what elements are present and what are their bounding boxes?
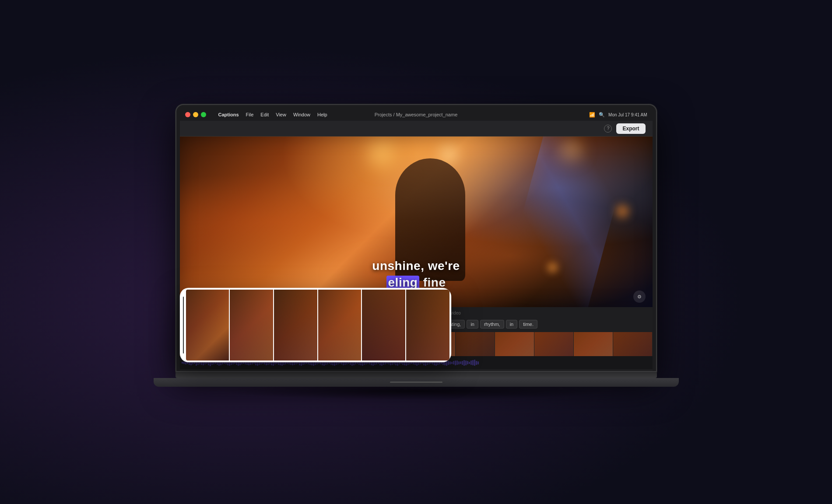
top-toolbar: ? Export: [180, 121, 653, 136]
word-token-label: in: [510, 322, 514, 327]
traffic-light-red[interactable]: [185, 112, 190, 117]
caption-line-1: unshine, we're: [372, 259, 460, 273]
project-path: Projects / My_awesome_project_name: [375, 112, 458, 117]
video-captions: unshine, we're eling fine: [180, 259, 653, 290]
phone-frame-5: [362, 290, 405, 360]
phone-frame-4: [318, 290, 362, 360]
word-token-in2[interactable]: in: [467, 320, 478, 329]
caption-highlighted-word: eling: [386, 276, 420, 289]
traffic-light-green[interactable]: [201, 112, 206, 117]
phone-timeline-cursor: [183, 297, 184, 354]
strip-frame-10: [534, 332, 574, 356]
datetime: Mon Jul 17 9:41 AM: [608, 112, 647, 117]
strip-frame-11: [574, 332, 613, 356]
app-name-menu[interactable]: Captions: [218, 112, 239, 117]
laptop-hinge: [390, 382, 442, 383]
word-token-label: time.: [523, 322, 534, 327]
traffic-lights: [185, 112, 206, 117]
phone-overlay: [180, 288, 451, 362]
phone-frame-2: [230, 290, 273, 360]
menu-bar-right: 📶 🔍 Mon Jul 17 9:41 AM: [589, 112, 647, 118]
word-token-in3[interactable]: in: [506, 320, 518, 329]
phone-frame-3: [274, 290, 317, 360]
export-button[interactable]: Export: [616, 123, 645, 134]
settings-icon: ⚙: [637, 294, 642, 300]
traffic-light-yellow[interactable]: [193, 112, 198, 117]
strip-frame-9: [495, 332, 534, 356]
phone-frame-left: [182, 290, 185, 360]
phone-frame-6: [406, 290, 449, 360]
caption-text-2: fine: [419, 276, 446, 289]
word-token-label: rhythm,: [484, 322, 500, 327]
laptop-wrapper: Captions File Edit View Window Help Proj…: [154, 104, 679, 400]
menu-help[interactable]: Help: [317, 112, 327, 117]
word-token-rhythm[interactable]: rhythm,: [480, 320, 504, 329]
strip-frame-8: [456, 332, 495, 356]
help-label: ?: [607, 126, 610, 131]
strip-frame-12: [613, 332, 653, 356]
menu-window[interactable]: Window: [293, 112, 310, 117]
search-icon[interactable]: 🔍: [599, 112, 605, 118]
menu-edit[interactable]: Edit: [260, 112, 269, 117]
help-icon[interactable]: ?: [604, 125, 612, 133]
phone-frame-1: [186, 290, 229, 360]
word-token-label: in: [470, 322, 474, 327]
menu-view[interactable]: View: [276, 112, 286, 117]
menu-bar-items: Captions File Edit View Window Help: [211, 112, 327, 117]
laptop-chin: [154, 378, 679, 387]
menu-bar-breadcrumb: Projects / My_awesome_project_name: [375, 112, 458, 117]
menu-bar: Captions File Edit View Window Help Proj…: [180, 108, 653, 121]
video-settings-button[interactable]: ⚙: [633, 290, 646, 303]
caption-text-1: unshine, we're: [372, 259, 460, 273]
word-token-time[interactable]: time.: [519, 320, 537, 329]
phone-video-strip: [186, 290, 449, 360]
menu-file[interactable]: File: [246, 112, 254, 117]
wifi-icon: 📶: [589, 112, 595, 118]
phone-inner: [180, 288, 451, 362]
video-preview: unshine, we're eling fine ⏸ ⏭: [180, 136, 653, 307]
laptop-bottom-bar: [176, 372, 657, 378]
